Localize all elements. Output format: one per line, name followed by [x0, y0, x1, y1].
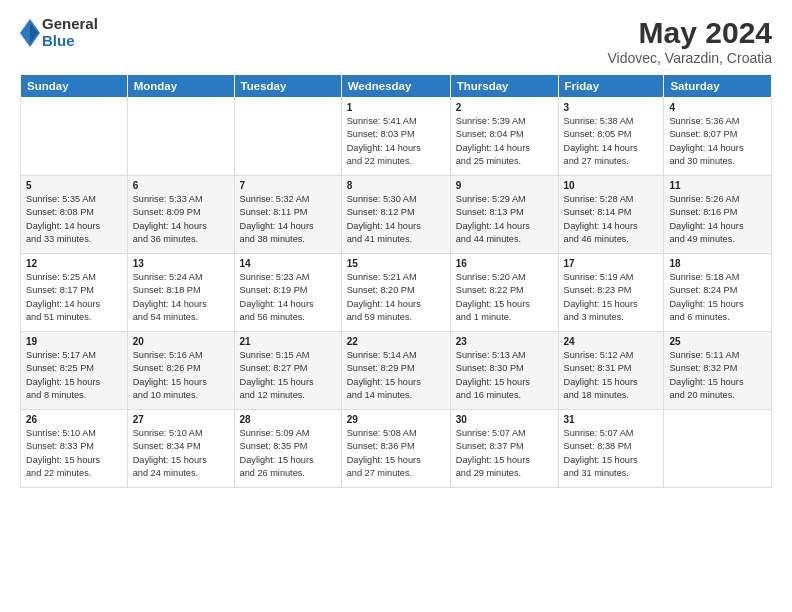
main-title: May 2024: [608, 16, 772, 50]
calendar-cell: 30Sunrise: 5:07 AMSunset: 8:37 PMDayligh…: [450, 410, 558, 488]
calendar-cell: 23Sunrise: 5:13 AMSunset: 8:30 PMDayligh…: [450, 332, 558, 410]
calendar-week-row: 12Sunrise: 5:25 AMSunset: 8:17 PMDayligh…: [21, 254, 772, 332]
day-number: 12: [26, 258, 122, 269]
day-number: 8: [347, 180, 445, 191]
calendar-week-row: 1Sunrise: 5:41 AMSunset: 8:03 PMDaylight…: [21, 98, 772, 176]
day-info: Sunrise: 5:07 AMSunset: 8:37 PMDaylight:…: [456, 427, 553, 480]
calendar-cell: 15Sunrise: 5:21 AMSunset: 8:20 PMDayligh…: [341, 254, 450, 332]
day-info: Sunrise: 5:25 AMSunset: 8:17 PMDaylight:…: [26, 271, 122, 324]
day-number: 24: [564, 336, 659, 347]
calendar-cell: 14Sunrise: 5:23 AMSunset: 8:19 PMDayligh…: [234, 254, 341, 332]
calendar-table: SundayMondayTuesdayWednesdayThursdayFrid…: [20, 74, 772, 488]
day-info: Sunrise: 5:18 AMSunset: 8:24 PMDaylight:…: [669, 271, 766, 324]
day-info: Sunrise: 5:28 AMSunset: 8:14 PMDaylight:…: [564, 193, 659, 246]
day-info: Sunrise: 5:13 AMSunset: 8:30 PMDaylight:…: [456, 349, 553, 402]
calendar-cell: 7Sunrise: 5:32 AMSunset: 8:11 PMDaylight…: [234, 176, 341, 254]
day-info: Sunrise: 5:09 AMSunset: 8:35 PMDaylight:…: [240, 427, 336, 480]
day-number: 20: [133, 336, 229, 347]
calendar-cell: 21Sunrise: 5:15 AMSunset: 8:27 PMDayligh…: [234, 332, 341, 410]
day-number: 26: [26, 414, 122, 425]
day-info: Sunrise: 5:33 AMSunset: 8:09 PMDaylight:…: [133, 193, 229, 246]
day-info: Sunrise: 5:30 AMSunset: 8:12 PMDaylight:…: [347, 193, 445, 246]
day-number: 29: [347, 414, 445, 425]
day-number: 14: [240, 258, 336, 269]
day-number: 23: [456, 336, 553, 347]
day-number: 1: [347, 102, 445, 113]
day-info: Sunrise: 5:24 AMSunset: 8:18 PMDaylight:…: [133, 271, 229, 324]
calendar-header-row: SundayMondayTuesdayWednesdayThursdayFrid…: [21, 75, 772, 98]
logo-blue-text: Blue: [42, 33, 98, 50]
day-number: 5: [26, 180, 122, 191]
calendar-cell: 3Sunrise: 5:38 AMSunset: 8:05 PMDaylight…: [558, 98, 664, 176]
day-info: Sunrise: 5:23 AMSunset: 8:19 PMDaylight:…: [240, 271, 336, 324]
calendar-header-tuesday: Tuesday: [234, 75, 341, 98]
day-info: Sunrise: 5:36 AMSunset: 8:07 PMDaylight:…: [669, 115, 766, 168]
title-block: May 2024 Vidovec, Varazdin, Croatia: [608, 16, 772, 66]
calendar-cell: [234, 98, 341, 176]
day-info: Sunrise: 5:38 AMSunset: 8:05 PMDaylight:…: [564, 115, 659, 168]
calendar-cell: 9Sunrise: 5:29 AMSunset: 8:13 PMDaylight…: [450, 176, 558, 254]
day-number: 6: [133, 180, 229, 191]
logo-icon: [20, 19, 40, 47]
calendar-cell: [127, 98, 234, 176]
day-info: Sunrise: 5:17 AMSunset: 8:25 PMDaylight:…: [26, 349, 122, 402]
day-info: Sunrise: 5:10 AMSunset: 8:33 PMDaylight:…: [26, 427, 122, 480]
page: General Blue May 2024 Vidovec, Varazdin,…: [0, 0, 792, 612]
calendar-cell: 8Sunrise: 5:30 AMSunset: 8:12 PMDaylight…: [341, 176, 450, 254]
day-info: Sunrise: 5:11 AMSunset: 8:32 PMDaylight:…: [669, 349, 766, 402]
day-number: 22: [347, 336, 445, 347]
calendar-cell: 22Sunrise: 5:14 AMSunset: 8:29 PMDayligh…: [341, 332, 450, 410]
day-number: 25: [669, 336, 766, 347]
day-info: Sunrise: 5:10 AMSunset: 8:34 PMDaylight:…: [133, 427, 229, 480]
day-info: Sunrise: 5:26 AMSunset: 8:16 PMDaylight:…: [669, 193, 766, 246]
calendar-cell: 10Sunrise: 5:28 AMSunset: 8:14 PMDayligh…: [558, 176, 664, 254]
day-number: 27: [133, 414, 229, 425]
calendar-cell: 24Sunrise: 5:12 AMSunset: 8:31 PMDayligh…: [558, 332, 664, 410]
logo-general-text: General: [42, 16, 98, 33]
day-number: 3: [564, 102, 659, 113]
calendar-header-saturday: Saturday: [664, 75, 772, 98]
calendar-cell: 31Sunrise: 5:07 AMSunset: 8:38 PMDayligh…: [558, 410, 664, 488]
calendar-header-sunday: Sunday: [21, 75, 128, 98]
day-info: Sunrise: 5:35 AMSunset: 8:08 PMDaylight:…: [26, 193, 122, 246]
day-number: 11: [669, 180, 766, 191]
day-info: Sunrise: 5:41 AMSunset: 8:03 PMDaylight:…: [347, 115, 445, 168]
day-number: 19: [26, 336, 122, 347]
calendar-cell: 17Sunrise: 5:19 AMSunset: 8:23 PMDayligh…: [558, 254, 664, 332]
calendar-cell: [21, 98, 128, 176]
calendar-cell: 19Sunrise: 5:17 AMSunset: 8:25 PMDayligh…: [21, 332, 128, 410]
day-number: 16: [456, 258, 553, 269]
day-number: 7: [240, 180, 336, 191]
day-info: Sunrise: 5:07 AMSunset: 8:38 PMDaylight:…: [564, 427, 659, 480]
calendar-cell: 16Sunrise: 5:20 AMSunset: 8:22 PMDayligh…: [450, 254, 558, 332]
day-number: 10: [564, 180, 659, 191]
day-number: 17: [564, 258, 659, 269]
day-number: 9: [456, 180, 553, 191]
calendar-cell: 26Sunrise: 5:10 AMSunset: 8:33 PMDayligh…: [21, 410, 128, 488]
day-info: Sunrise: 5:29 AMSunset: 8:13 PMDaylight:…: [456, 193, 553, 246]
calendar-week-row: 26Sunrise: 5:10 AMSunset: 8:33 PMDayligh…: [21, 410, 772, 488]
calendar-cell: 5Sunrise: 5:35 AMSunset: 8:08 PMDaylight…: [21, 176, 128, 254]
subtitle: Vidovec, Varazdin, Croatia: [608, 50, 772, 66]
calendar-cell: 6Sunrise: 5:33 AMSunset: 8:09 PMDaylight…: [127, 176, 234, 254]
day-info: Sunrise: 5:16 AMSunset: 8:26 PMDaylight:…: [133, 349, 229, 402]
logo: General Blue: [20, 16, 98, 49]
day-info: Sunrise: 5:21 AMSunset: 8:20 PMDaylight:…: [347, 271, 445, 324]
calendar-cell: 25Sunrise: 5:11 AMSunset: 8:32 PMDayligh…: [664, 332, 772, 410]
day-info: Sunrise: 5:19 AMSunset: 8:23 PMDaylight:…: [564, 271, 659, 324]
day-info: Sunrise: 5:12 AMSunset: 8:31 PMDaylight:…: [564, 349, 659, 402]
day-number: 4: [669, 102, 766, 113]
day-info: Sunrise: 5:39 AMSunset: 8:04 PMDaylight:…: [456, 115, 553, 168]
day-number: 15: [347, 258, 445, 269]
calendar-header-monday: Monday: [127, 75, 234, 98]
calendar-cell: 4Sunrise: 5:36 AMSunset: 8:07 PMDaylight…: [664, 98, 772, 176]
header: General Blue May 2024 Vidovec, Varazdin,…: [20, 16, 772, 66]
calendar-cell: 11Sunrise: 5:26 AMSunset: 8:16 PMDayligh…: [664, 176, 772, 254]
calendar-cell: 1Sunrise: 5:41 AMSunset: 8:03 PMDaylight…: [341, 98, 450, 176]
day-info: Sunrise: 5:15 AMSunset: 8:27 PMDaylight:…: [240, 349, 336, 402]
logo-text: General Blue: [42, 16, 98, 49]
calendar-cell: 18Sunrise: 5:18 AMSunset: 8:24 PMDayligh…: [664, 254, 772, 332]
calendar-cell: 29Sunrise: 5:08 AMSunset: 8:36 PMDayligh…: [341, 410, 450, 488]
day-info: Sunrise: 5:08 AMSunset: 8:36 PMDaylight:…: [347, 427, 445, 480]
day-number: 30: [456, 414, 553, 425]
